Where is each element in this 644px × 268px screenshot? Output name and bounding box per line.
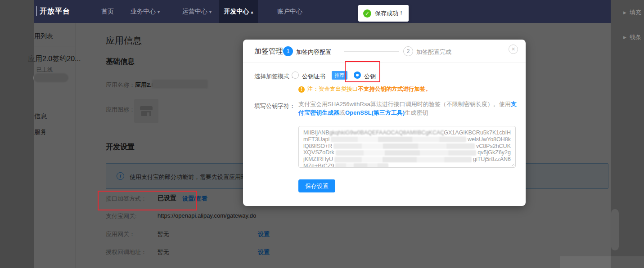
panel-item-line[interactable]: ▶ 线条 [623, 33, 641, 41]
key-line: XQVSZoDrkqv5jGkZ6y2g [303, 149, 511, 156]
nav-item-account[interactable]: 账户中心 [277, 0, 302, 23]
redacted-block [331, 137, 466, 142]
save-settings-button[interactable]: 保存设置 [298, 179, 335, 192]
key-line: mFT3UapiwelsUwYo8OH8k [303, 136, 511, 143]
success-toast: ✓ 保存成功！ [358, 5, 409, 22]
screenshot-stage: ▶ 填充 ▶ 线条 开放平台 首页 业务中心▾ 运营中心▾ 开发中心▴ 账户中心… [0, 0, 644, 268]
key-line: lQ89fSO+RvC8Ps2hCUK [303, 143, 511, 150]
sign-management-modal: 加签管理 1 加签内容配置 2 加签配置完成 ✕ 选择加签模式： 公钥证书 推荐… [243, 40, 526, 206]
nav-item-operation[interactable]: 运营中心▾ [182, 0, 212, 23]
key-input-label: 填写公钥字符： [254, 102, 295, 110]
fund-warning: ! 注：资金支出类接口不支持公钥的方式进行加签。 [298, 85, 431, 93]
check-circle-icon: ✓ [363, 9, 371, 18]
nav-item-home[interactable]: 首页 [101, 0, 114, 23]
scrollbar-thumb[interactable] [611, 209, 619, 250]
step-1-label: 加签内容配置 [296, 48, 331, 56]
openssl-link[interactable]: OpenSSL(第三方工具) [345, 109, 405, 116]
toast-message: 保存成功！ [375, 9, 404, 18]
nav-item-develop[interactable]: 开发中心▴ [219, 0, 258, 23]
brand-divider [36, 6, 37, 16]
public-key-textarea[interactable]: MIIBIjANBgkqhkiG9w0BAQEFAAOCAQ8AMIIBCgKC… [298, 126, 516, 168]
radio-public-key-cert[interactable] [292, 71, 299, 79]
chevron-up-icon: ▴ [251, 9, 253, 14]
key-line: MIIBIjANBgkqhkiG9w0BAQEFAAOCAQ8AMIIBCgKC… [303, 130, 511, 136]
close-icon[interactable]: ✕ [509, 45, 518, 54]
chevron-down-icon: ▾ [158, 9, 160, 14]
modal-header: 加签管理 1 加签内容配置 2 加签配置完成 ✕ [243, 40, 526, 63]
panel-item-label: 填充 [630, 9, 641, 17]
option-cert-label[interactable]: 公钥证书 [302, 72, 325, 80]
annotation-box-sign-row [98, 191, 197, 210]
warning-icon: ! [298, 86, 305, 93]
key-description: 支付宝会用SHA256withRsa算法进行接口调用时的验签（不限制密钥长度）。… [298, 100, 517, 117]
step-2-circle: 2 [403, 46, 413, 56]
step-1-circle: 1 [283, 46, 293, 56]
top-nav: 开放平台 首页 业务中心▾ 运营中心▾ 开发中心▴ 账户中心 [34, 0, 611, 23]
key-line: jKMZIRHyUgiTUj5r8zzAN6 [303, 156, 511, 163]
step-connector [344, 51, 399, 52]
panel-item-label: 线条 [630, 33, 641, 41]
caret-right-icon: ▶ [623, 35, 626, 40]
panel-item-fill[interactable]: ▶ 填充 [623, 9, 641, 17]
redacted-block [335, 163, 388, 168]
key-line: MZe+BrCZ9 [303, 163, 511, 168]
modal-title: 加签管理 [254, 47, 283, 56]
caret-right-icon: ▶ [623, 10, 626, 15]
annotation-box-public-key [345, 61, 380, 82]
chevron-down-icon: ▾ [209, 9, 212, 14]
mode-select-label: 选择加签模式： [254, 72, 295, 80]
brand-title: 开放平台 [40, 7, 70, 16]
redacted-block [333, 143, 475, 149]
annotation-footer-area [560, 256, 644, 268]
annotation-side-panel: ▶ 填充 ▶ 线条 [611, 0, 644, 268]
nav-item-business[interactable]: 业务中心▾ [131, 0, 160, 23]
resize-handle[interactable] [510, 162, 514, 166]
step-2-label: 加签配置完成 [416, 48, 451, 56]
redacted-block [334, 157, 472, 162]
redacted-block [336, 150, 477, 156]
